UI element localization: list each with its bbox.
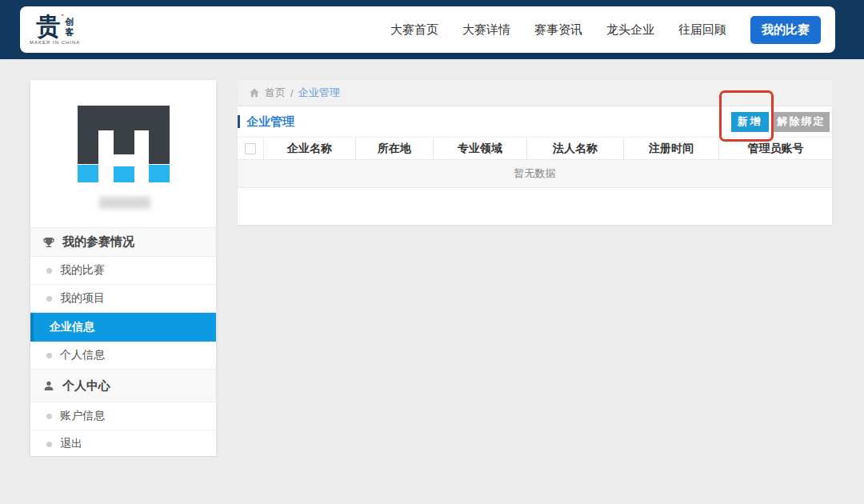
- breadcrumb-current: 企业管理: [298, 86, 340, 100]
- column-header-professional-field: 专业领域: [434, 138, 527, 159]
- sidebar-section-personal-center: 个人中心: [30, 370, 216, 402]
- sidebar-item-account-info[interactable]: 账户信息: [30, 402, 216, 430]
- brand-logo-row: 贵 ˊ 创 客: [36, 14, 74, 38]
- logo-tagline: MAKER IN CHINA: [30, 40, 80, 45]
- main-navigation: 大赛首页 大赛详情 赛事资讯 龙头企业 往届回顾 我的比赛: [390, 16, 821, 44]
- logo-brand-name: 创 客: [65, 14, 74, 37]
- sidebar-item-label: 企业信息: [50, 320, 94, 334]
- title-accent-bar: [238, 115, 240, 128]
- sidebar-item-label: 个人信息: [60, 348, 105, 362]
- nav-item-competition-details[interactable]: 大赛详情: [462, 22, 510, 38]
- nav-item-past-reviews[interactable]: 往届回顾: [678, 22, 726, 38]
- sidebar-item-label: 退出: [60, 437, 82, 451]
- select-all-cell: [238, 138, 264, 159]
- person-icon: [42, 379, 55, 392]
- column-header-location: 所在地: [356, 138, 434, 159]
- breadcrumb: 首页 / 企业管理: [238, 80, 832, 106]
- column-header-legal-person: 法人名称: [527, 138, 624, 159]
- column-header-enterprise-name: 企业名称: [264, 138, 356, 159]
- logo-seal-character: 贵: [36, 14, 60, 38]
- sidebar-item-label: 我的比赛: [60, 263, 105, 278]
- sidebar: 我的参赛情况 我的比赛 我的项目 企业信息 个人信息 个人中心 账户信息: [30, 80, 216, 456]
- sidebar-item-my-projects[interactable]: 我的项目: [30, 285, 216, 313]
- breadcrumb-separator: /: [290, 87, 294, 99]
- trophy-icon: [42, 236, 55, 249]
- brand-logo: 贵 ˊ 创 客 MAKER IN CHINA: [30, 14, 80, 45]
- bullet-icon: [46, 353, 52, 358]
- table-empty-state: 暂无数据: [238, 160, 832, 188]
- panel-title: 企业管理: [246, 114, 294, 130]
- top-navbar: 贵 ˊ 创 客 MAKER IN CHINA 大赛首页 大赛详情 赛事资讯 龙头…: [0, 0, 864, 59]
- logo-red-tick-icon: ˊ: [61, 14, 64, 24]
- panel-title-row: 企业管理 新增 解除绑定: [238, 106, 832, 138]
- sidebar-item-label: 账户信息: [60, 409, 105, 423]
- sidebar-section-title: 个人中心: [62, 378, 110, 394]
- bullet-icon: [46, 268, 52, 274]
- panel-button-group: 新增 解除绑定: [731, 112, 832, 132]
- top-navbar-inner: 贵 ˊ 创 客 MAKER IN CHINA 大赛首页 大赛详情 赛事资讯 龙头…: [20, 6, 835, 53]
- sidebar-item-logout[interactable]: 退出: [30, 430, 216, 458]
- bullet-icon: [46, 442, 52, 447]
- my-competition-button[interactable]: 我的比赛: [750, 16, 821, 44]
- nav-item-leading-enterprises[interactable]: 龙头企业: [606, 22, 654, 38]
- table-header-row: 企业名称 所在地 专业领域 法人名称 注册时间 管理员账号: [238, 138, 832, 160]
- sidebar-item-enterprise-info[interactable]: 企业信息: [30, 313, 216, 342]
- company-logo-image: [78, 106, 170, 182]
- nav-item-event-news[interactable]: 赛事资讯: [534, 22, 582, 38]
- sidebar-item-personal-info[interactable]: 个人信息: [30, 342, 216, 370]
- sidebar-section-title: 我的参赛情况: [62, 234, 134, 250]
- column-header-admin-account: 管理员账号: [719, 138, 832, 159]
- logo-brand-line1: 创: [65, 18, 74, 26]
- username-blurred: [99, 197, 150, 209]
- home-icon: [249, 87, 260, 98]
- breadcrumb-home-link[interactable]: 首页: [265, 86, 286, 100]
- bullet-icon: [46, 414, 52, 419]
- nav-item-competition-home[interactable]: 大赛首页: [390, 22, 438, 38]
- bullet-icon: [46, 296, 52, 302]
- add-button[interactable]: 新增: [731, 112, 769, 132]
- column-header-registration-time: 注册时间: [624, 138, 719, 159]
- unbind-button[interactable]: 解除绑定: [773, 112, 830, 132]
- logo-brand-line2: 客: [65, 28, 74, 37]
- sidebar-avatar-block: [30, 80, 216, 228]
- select-all-checkbox[interactable]: [245, 143, 256, 154]
- sidebar-item-label: 我的项目: [60, 291, 105, 306]
- page: 贵 ˊ 创 客 MAKER IN CHINA 大赛首页 大赛详情 赛事资讯 龙头…: [0, 0, 864, 504]
- enterprise-management-panel: 企业管理 新增 解除绑定 企业名称 所在地 专业领域 法人名称 注册时间 管理员…: [238, 106, 832, 225]
- sidebar-section-my-participation: 我的参赛情况: [30, 228, 216, 257]
- sidebar-item-my-competitions[interactable]: 我的比赛: [30, 257, 216, 285]
